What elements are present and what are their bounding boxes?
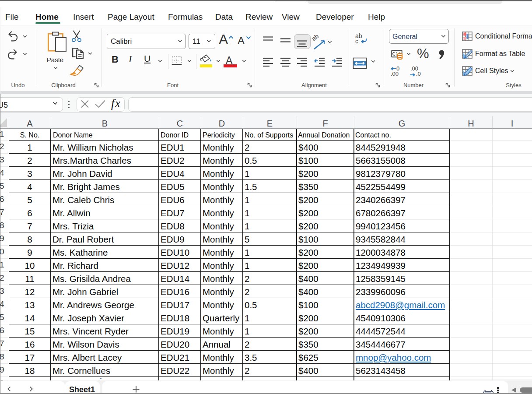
svg-text:ab: ab — [310, 34, 320, 42]
